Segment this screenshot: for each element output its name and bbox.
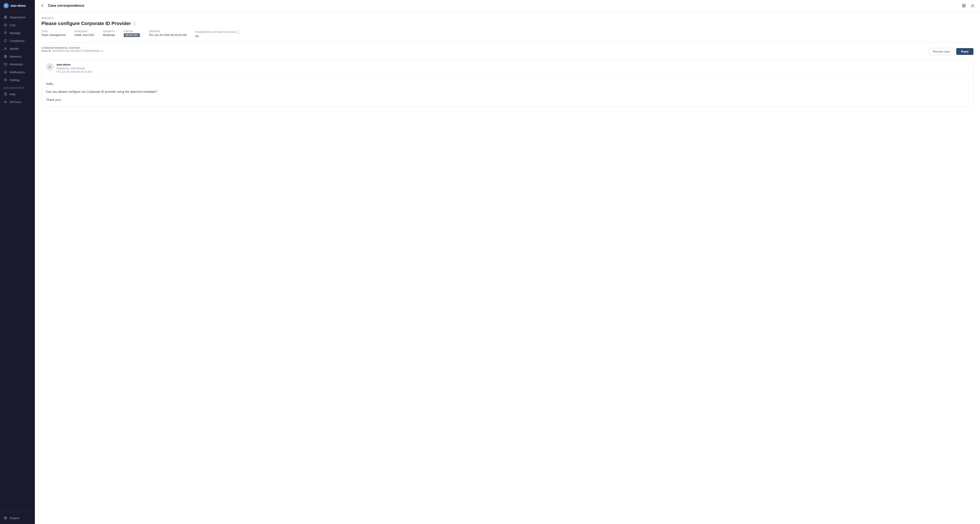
sidebar-item-wastage[interactable]: Wastage (0, 29, 35, 37)
action-buttons: Resolve case Reply (929, 48, 974, 55)
msg-date: Thu Jun 04 2020 09:18:23 AM (56, 70, 92, 73)
topbar-icons (961, 3, 976, 9)
topbar: Case correspondence (35, 0, 980, 11)
category-field: CATEGORY SAML and SSO (74, 30, 94, 37)
svg-rect-0 (4, 16, 5, 17)
type-label: TYPE (41, 30, 65, 33)
msg-sender-name: stax-demo (56, 63, 92, 66)
page-title: Case correspondence (48, 4, 84, 8)
org-icon (3, 15, 7, 19)
sidebar-item-api-docs-label: API Docs (10, 100, 21, 104)
correspondence-section-left: CORRESPONDENCE HISTORY Case ID 8b7dcff3-… (41, 47, 103, 56)
notifications-icon (3, 70, 7, 74)
status-label: STATUS (124, 30, 140, 33)
case-id-row: Case ID 8b7dcff3-b70a-424a-bf74-7b2959e8… (41, 49, 103, 53)
cost-icon (3, 23, 7, 27)
case-title: Please configure Corporate ID Provider i (41, 21, 974, 26)
sidebar-item-workloads[interactable]: Workloads (0, 60, 35, 68)
help-icon (3, 92, 7, 96)
brand-icon: S (3, 3, 9, 8)
svg-point-17 (972, 5, 974, 6)
sidebar-item-api-docs[interactable]: API Docs (0, 98, 35, 106)
title-info-icon[interactable]: i (133, 22, 136, 25)
message-meta: stax-demo Initiated by Chris Brown Thu J… (56, 63, 92, 73)
meta-row: TYPE Team management CATEGORY SAML and S… (41, 30, 974, 42)
msg-line-3: Thank you! (46, 97, 969, 102)
msg-line-2: Can you please configure our Corporate I… (46, 89, 969, 94)
svg-point-10 (5, 95, 6, 95)
user-icon[interactable] (970, 3, 976, 9)
sidebar-nav: Organization Cost Wastage Compliance (0, 11, 35, 511)
svg-point-5 (5, 48, 6, 49)
back-button[interactable] (39, 3, 45, 9)
case-id-label: Case ID (41, 49, 51, 52)
created-value: Thu Jun 04 2020 09:18:23 AM (149, 33, 186, 37)
sidebar-item-identity[interactable]: Identity (0, 44, 35, 52)
msg-line-1: Hello, (46, 81, 969, 86)
foundation-label-text: FOUNDATION ACCOUNTS ACCESS (195, 31, 236, 33)
sidebar-brand: S stax-demo (0, 0, 35, 11)
sidebar-item-compliance-label: Compliance (10, 39, 25, 43)
sidebar-item-organization[interactable]: Organization (0, 13, 35, 21)
case-title-text: Please configure Corporate ID Provider (41, 21, 131, 26)
case-id-value: 8b7dcff3-b70a-424a-bf74-7b2959e801ba (52, 49, 100, 52)
msg-initiated-label: Initiated by (56, 67, 69, 70)
sidebar-bottom: Support (0, 511, 35, 524)
msg-initiated-link[interactable]: Chris Brown (71, 67, 85, 70)
sidebar-item-support-label: Support (10, 516, 20, 520)
svg-rect-1 (6, 16, 7, 17)
severity-field: SEVERITY Moderate (103, 30, 115, 37)
sidebar-item-settings[interactable]: Settings (0, 76, 35, 84)
svg-rect-14 (964, 4, 966, 5)
settings-icon (3, 78, 7, 82)
sidebar-item-help-label: Help (10, 92, 16, 96)
api-icon (3, 100, 7, 104)
sidebar-item-networks[interactable]: Networks (0, 52, 35, 60)
reply-button[interactable]: Reply (956, 48, 974, 55)
message-card: stax-demo Initiated by Chris Brown Thu J… (41, 59, 974, 107)
identity-icon (3, 47, 7, 51)
sidebar-item-notifications[interactable]: Notifications (0, 68, 35, 76)
sidebar-item-wastage-label: Wastage (10, 31, 21, 35)
type-value: Team management (41, 33, 65, 37)
sidebar-item-cost[interactable]: Cost (0, 21, 35, 29)
foundation-value: No (195, 34, 240, 38)
svg-point-18 (49, 66, 51, 67)
type-field: TYPE Team management (41, 30, 65, 37)
severity-label: SEVERITY (103, 30, 115, 33)
sidebar-item-support[interactable]: Support (0, 514, 35, 522)
sidebar-item-networks-label: Networks (10, 55, 21, 58)
svg-rect-13 (963, 4, 964, 5)
svg-rect-15 (963, 6, 964, 7)
svg-point-12 (5, 518, 6, 519)
wastage-icon (3, 31, 7, 35)
svg-point-8 (5, 79, 6, 81)
created-label: CREATED (149, 30, 186, 33)
sidebar-item-workloads-label: Workloads (10, 63, 23, 66)
brand-name: stax-demo (10, 4, 26, 7)
status-field: STATUS RESOLVED (124, 30, 140, 37)
support-icon (3, 516, 7, 520)
created-field: CREATED Thu Jun 04 2020 09:18:23 AM (149, 30, 186, 37)
sidebar-item-organization-label: Organization (10, 16, 26, 19)
foundation-info-icon[interactable]: i (237, 30, 240, 34)
workloads-icon (3, 62, 7, 66)
section-title: CORRESPONDENCE HISTORY (41, 47, 103, 49)
compliance-icon (3, 39, 7, 43)
subject-label: SUBJECT (41, 17, 974, 19)
severity-value: Moderate (103, 33, 115, 37)
sidebar-item-identity-label: Identity (10, 47, 19, 50)
status-badge: RESOLVED (124, 33, 140, 37)
networks-icon (3, 54, 7, 58)
documentation-label: DOCUMENTATION (0, 84, 35, 90)
foundation-field: FOUNDATION ACCOUNTS ACCESS i No (195, 30, 240, 38)
grid-icon[interactable] (961, 3, 967, 9)
copy-icon[interactable]: ⧉ (101, 49, 103, 53)
sidebar-item-settings-label: Settings (10, 78, 20, 82)
resolve-case-button[interactable]: Resolve case (929, 48, 954, 55)
sidebar-item-help[interactable]: Help (0, 90, 35, 98)
sidebar-item-cost-label: Cost (10, 24, 16, 27)
sidebar: S stax-demo Organization Cost Wastage (0, 0, 35, 524)
content-area: SUBJECT Please configure Corporate ID Pr… (35, 11, 980, 524)
sidebar-item-compliance[interactable]: Compliance (0, 37, 35, 44)
